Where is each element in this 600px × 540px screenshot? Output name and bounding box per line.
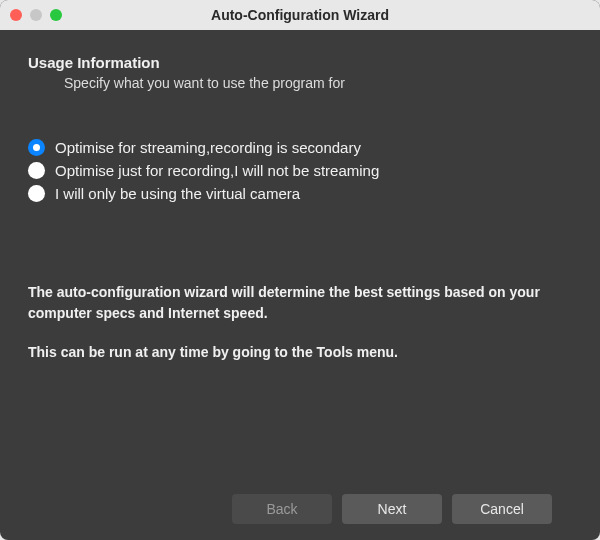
titlebar: Auto-Configuration Wizard xyxy=(0,0,600,30)
cancel-button[interactable]: Cancel xyxy=(452,494,552,524)
radio-option-virtual-camera[interactable]: I will only be using the virtual camera xyxy=(28,185,572,202)
radio-indicator-icon xyxy=(28,185,45,202)
minimize-icon xyxy=(30,9,42,21)
wizard-button-row: Back Next Cancel xyxy=(28,480,572,540)
wizard-content: Usage Information Specify what you want … xyxy=(0,30,600,540)
window-title: Auto-Configuration Wizard xyxy=(10,7,590,23)
radio-label: Optimise just for recording,I will not b… xyxy=(55,162,379,179)
next-button[interactable]: Next xyxy=(342,494,442,524)
maximize-icon[interactable] xyxy=(50,9,62,21)
radio-option-recording[interactable]: Optimise just for recording,I will not b… xyxy=(28,162,572,179)
radio-label: Optimise for streaming,recording is seco… xyxy=(55,139,361,156)
back-button[interactable]: Back xyxy=(232,494,332,524)
radio-option-streaming[interactable]: Optimise for streaming,recording is seco… xyxy=(28,139,572,156)
info-line-1: The auto-configuration wizard will deter… xyxy=(28,282,572,324)
section-heading: Usage Information xyxy=(28,54,572,71)
section-subheading: Specify what you want to use the program… xyxy=(64,75,572,91)
wizard-info-text: The auto-configuration wizard will deter… xyxy=(28,282,572,381)
radio-indicator-icon xyxy=(28,162,45,179)
radio-label: I will only be using the virtual camera xyxy=(55,185,300,202)
wizard-window: Auto-Configuration Wizard Usage Informat… xyxy=(0,0,600,540)
window-traffic-lights xyxy=(10,9,62,21)
usage-radio-group: Optimise for streaming,recording is seco… xyxy=(28,139,572,202)
radio-indicator-icon xyxy=(28,139,45,156)
info-line-2: This can be run at any time by going to … xyxy=(28,342,572,363)
close-icon[interactable] xyxy=(10,9,22,21)
